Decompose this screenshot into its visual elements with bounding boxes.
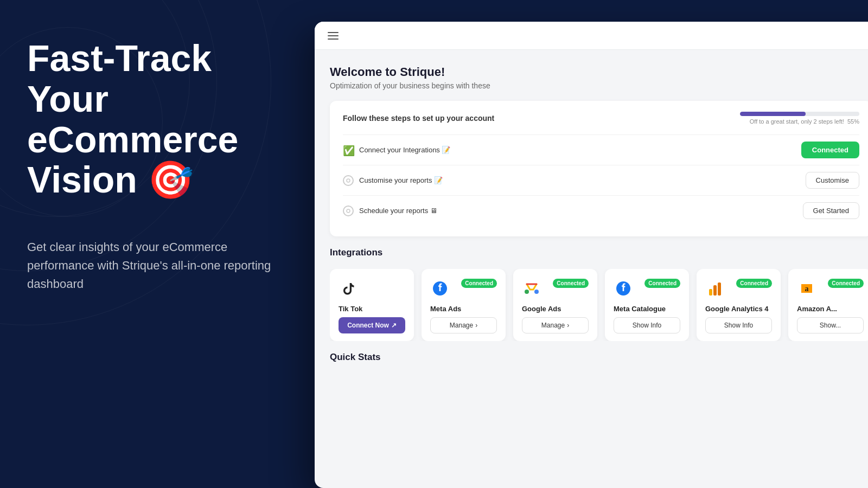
meta-catalogue-name: Meta Catalogue [614, 305, 666, 313]
integration-card-meta-catalogue: Connected Meta Catalogue Show Info [605, 269, 689, 341]
setup-step-3: Schedule your reports 🖥 Get Started [343, 195, 859, 226]
integration-card-tiktok: Tik Tok Connect Now ↗ [330, 269, 414, 341]
amazon-name: Amazon A... [797, 305, 837, 313]
hero-title: Fast-Track Your eCommerce Vision 🎯 [27, 38, 288, 200]
step-1-text: Connect your Integrations 📝 [359, 146, 450, 154]
welcome-title: Welcome to Strique! [330, 65, 868, 79]
google-ads-name: Google Ads [522, 305, 561, 313]
meta-catalogue-info-button[interactable]: Show Info [614, 317, 680, 333]
google-ads-badge: Connected [553, 279, 589, 288]
hamburger-menu[interactable] [328, 32, 339, 40]
topbar: Ergonstyle ▾ [315, 22, 868, 50]
ga4-name: Google Analytics 4 [705, 305, 769, 313]
right-panel: Ergonstyle ▾ Welcome to Strique! Optimiz… [315, 0, 868, 488]
google-ads-manage-button[interactable]: Manage › [522, 317, 589, 333]
ga4-logo [705, 279, 725, 298]
setup-card-title: Follow these steps to set up your accoun… [343, 114, 494, 123]
meta-ads-badge: Connected [461, 279, 497, 288]
tiktok-connect-button[interactable]: Connect Now ↗ [339, 317, 405, 333]
step-2-text: Customise your reports 📝 [359, 176, 443, 184]
svg-rect-5 [709, 289, 712, 296]
svg-point-1 [347, 209, 350, 213]
google-ads-logo [522, 279, 541, 298]
setup-card: Follow these steps to set up your accoun… [330, 101, 868, 236]
svg-text:a: a [805, 285, 809, 293]
integration-card-google-ads: Connected Google Ads Manage › [513, 269, 597, 341]
meta-ads-manage-button[interactable]: Manage › [430, 317, 497, 333]
ga4-info-button[interactable]: Show Info [705, 317, 772, 333]
left-panel: Fast-Track Your eCommerce Vision 🎯 Get c… [0, 0, 315, 488]
tiktok-logo [339, 279, 358, 298]
welcome-subtitle: Optimization of your business begins wit… [330, 81, 868, 90]
welcome-section: Welcome to Strique! Optimization of your… [330, 65, 868, 90]
step-2-button[interactable]: Customise [806, 172, 859, 189]
svg-rect-7 [718, 282, 721, 296]
amazon-info-button[interactable]: Show... [797, 317, 864, 333]
circle-icon-2 [343, 175, 354, 186]
meta-catalogue-badge: Connected [644, 279, 680, 288]
progress-bar-container [740, 112, 859, 116]
svg-point-0 [347, 179, 350, 182]
svg-point-2 [525, 290, 529, 294]
circle-icon-3 [343, 206, 354, 216]
integration-card-ga4: Connected Google Analytics 4 Show Info [697, 269, 781, 341]
setup-step-1: ✅ Connect your Integrations 📝 Connected [343, 134, 859, 165]
step-3-button[interactable]: Get Started [803, 202, 859, 219]
integration-card-meta-ads: Connected Meta Ads Manage › [422, 269, 506, 341]
integration-card-amazon: a Connected Amazon A... Show... [788, 269, 868, 341]
integrations-row: Tik Tok Connect Now ↗ [330, 269, 868, 341]
meta-ads-logo [430, 279, 450, 298]
setup-step-2: Customise your reports 📝 Customise [343, 165, 859, 195]
svg-point-3 [534, 290, 539, 294]
progress-bar-fill [740, 112, 806, 116]
amazon-badge: Connected [828, 279, 864, 288]
meta-ads-name: Meta Ads [430, 305, 461, 313]
svg-rect-6 [713, 285, 717, 296]
quick-stats-section: Quick Stats [330, 352, 868, 363]
meta-catalogue-logo [614, 279, 633, 298]
progress-label: Off to a great start, only 2 steps left!… [750, 118, 859, 125]
quick-stats-title: Quick Stats [330, 352, 868, 363]
step-1-button[interactable]: Connected [801, 142, 859, 158]
ga4-badge: Connected [736, 279, 772, 288]
integrations-section: Integrations [330, 247, 868, 258]
integrations-title: Integrations [330, 247, 868, 258]
tiktok-name: Tik Tok [339, 305, 362, 313]
dashboard-window: Ergonstyle ▾ Welcome to Strique! Optimiz… [315, 22, 868, 488]
amazon-logo: a [797, 279, 816, 298]
main-content: Welcome to Strique! Optimization of your… [315, 50, 868, 488]
hero-subtitle: Get clear insights of your eCommerce per… [27, 238, 288, 293]
step-3-text: Schedule your reports 🖥 [359, 207, 437, 215]
check-icon-1: ✅ [343, 145, 354, 156]
